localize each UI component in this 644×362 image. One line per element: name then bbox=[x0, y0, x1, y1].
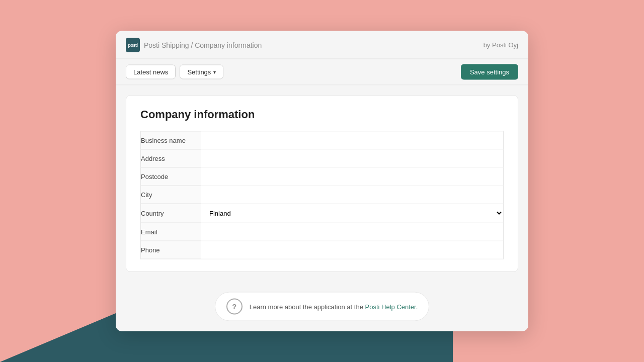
save-settings-button[interactable]: Save settings bbox=[461, 64, 518, 80]
field-label-business-name: Business name bbox=[141, 131, 201, 149]
help-text: Learn more about the application at the … bbox=[250, 303, 418, 310]
field-label-phone: Phone bbox=[141, 241, 201, 259]
latest-news-button[interactable]: Latest news bbox=[126, 65, 176, 79]
field-input-postcode bbox=[201, 167, 504, 186]
field-input-address bbox=[201, 149, 504, 167]
field-input-phone bbox=[201, 241, 504, 259]
field-label-country: Country bbox=[141, 204, 201, 223]
posti-logo: posti bbox=[126, 38, 140, 52]
toolbar: Latest news Settings ▾ Save settings bbox=[116, 59, 528, 85]
form-table: Business name Address Postco bbox=[140, 131, 504, 259]
form-title: Company information bbox=[140, 108, 504, 121]
field-label-postcode: Postcode bbox=[141, 167, 201, 186]
field-label-address: Address bbox=[141, 149, 201, 167]
help-box: ? Learn more about the application at th… bbox=[215, 292, 430, 321]
table-row: Business name bbox=[141, 131, 504, 149]
header-left: posti Posti Shipping / Company informati… bbox=[126, 38, 262, 52]
field-input-email bbox=[201, 223, 504, 241]
chevron-down-icon: ▾ bbox=[213, 69, 216, 75]
address-input[interactable] bbox=[201, 150, 503, 167]
city-input[interactable] bbox=[201, 186, 503, 204]
field-input-country: Finland bbox=[201, 204, 504, 223]
help-icon: ? bbox=[226, 299, 243, 315]
toolbar-left: Latest news Settings ▾ bbox=[126, 65, 223, 79]
field-label-city: City bbox=[141, 186, 201, 204]
field-input-city bbox=[201, 186, 504, 204]
postcode-input[interactable] bbox=[201, 168, 503, 186]
table-row: Address bbox=[141, 149, 504, 167]
table-row: Postcode bbox=[141, 167, 504, 186]
breadcrumb: Posti Shipping / Company information bbox=[144, 41, 262, 49]
table-row: City bbox=[141, 186, 504, 204]
country-select[interactable]: Finland bbox=[201, 204, 503, 223]
form-card: Company information Business name Addres… bbox=[126, 96, 518, 272]
email-input[interactable] bbox=[201, 223, 503, 241]
help-center-link[interactable]: Posti Help Center. bbox=[365, 303, 418, 310]
table-row: Country Finland bbox=[141, 204, 504, 223]
table-row: Phone bbox=[141, 241, 504, 259]
field-input-business-name bbox=[201, 131, 504, 149]
phone-input[interactable] bbox=[201, 241, 503, 259]
settings-button[interactable]: Settings ▾ bbox=[180, 65, 223, 79]
modal-header: posti Posti Shipping / Company informati… bbox=[116, 31, 528, 59]
by-text: by Posti Oyj bbox=[484, 41, 518, 49]
modal-footer: ? Learn more about the application at th… bbox=[116, 282, 528, 331]
modal: posti Posti Shipping / Company informati… bbox=[116, 31, 528, 331]
table-row: Email bbox=[141, 223, 504, 241]
business-name-input[interactable] bbox=[201, 132, 503, 149]
modal-body: Company information Business name Addres… bbox=[116, 85, 528, 282]
field-label-email: Email bbox=[141, 223, 201, 241]
